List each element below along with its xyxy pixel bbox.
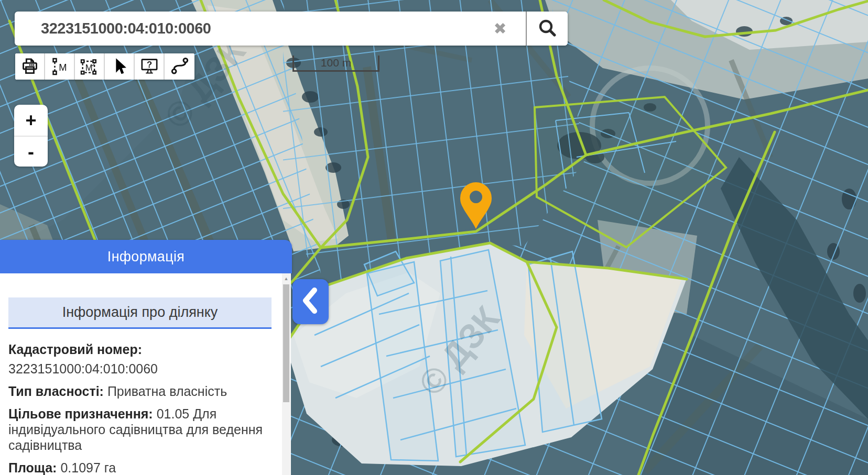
field-value: 0.1097 га: [60, 460, 116, 475]
zoom-in-button[interactable]: +: [14, 105, 48, 136]
field-label: Тип власності:: [8, 384, 104, 399]
field-value: 3223151000:04:010:0060: [8, 361, 158, 376]
field-value: Приватна власність: [107, 384, 227, 399]
panel-scrollbar[interactable]: ▲: [282, 273, 290, 475]
measure-area-icon: M 2: [79, 56, 100, 77]
print-button[interactable]: [15, 53, 45, 80]
info-panel-header: Інформація: [0, 240, 292, 273]
field-label: Цільове призначення:: [8, 406, 153, 421]
scrollbar-thumb[interactable]: [283, 284, 289, 402]
measure-area-button[interactable]: M 2: [75, 53, 105, 80]
collapse-panel-button[interactable]: [292, 279, 329, 324]
search-button[interactable]: [526, 12, 568, 46]
info-panel-title: Інформація: [107, 249, 185, 265]
parcel-info-section-label: Інформація про ділянку: [62, 304, 218, 321]
field-cadastral-number: Кадастровий номер: 3223151000:04:010:006…: [8, 341, 264, 377]
field-ownership-type: Тип власності: Приватна власність: [8, 383, 264, 399]
route-button[interactable]: [165, 53, 194, 80]
search-icon: [537, 17, 558, 40]
scale-bar: 100 m: [292, 56, 379, 72]
zoom-out-button[interactable]: -: [14, 136, 48, 167]
parcel-fields: Кадастровий номер: 3223151000:04:010:006…: [8, 341, 264, 475]
field-area: Площа: 0.1097 га: [8, 460, 264, 475]
svg-text:M: M: [59, 62, 67, 73]
measure-distance-button[interactable]: M: [45, 53, 75, 80]
pointer-tool-button[interactable]: [105, 53, 135, 80]
svg-text:2: 2: [92, 60, 95, 67]
cursor-icon: [109, 56, 130, 77]
field-label: Площа:: [8, 460, 57, 475]
measure-distance-icon: M: [49, 56, 70, 77]
clear-search-button[interactable]: ✖: [483, 12, 517, 46]
scrollbar-up-arrow-icon[interactable]: ▲: [282, 273, 290, 283]
search-bar: ✖: [15, 12, 568, 46]
help-monitor-icon: ?: [139, 56, 160, 77]
parcel-info-section-title: Інформація про ділянку: [8, 297, 272, 329]
field-designated-purpose: Цільове призначення: 01.05 Для індивідуа…: [8, 406, 264, 453]
printer-icon: [19, 56, 40, 77]
chevron-left-icon: [292, 278, 329, 325]
field-label: Кадастровий номер:: [8, 341, 264, 357]
route-icon: [169, 56, 190, 77]
clear-icon: ✖: [493, 19, 506, 38]
map-toolbar: M M 2 ?: [15, 53, 194, 80]
scale-bar-label: 100 m: [321, 57, 351, 69]
search-input[interactable]: [15, 12, 526, 46]
zoom-controls: + -: [14, 105, 48, 167]
search-input-wrap: ✖: [15, 12, 526, 46]
help-button[interactable]: ?: [135, 53, 165, 80]
svg-text:?: ?: [146, 60, 151, 70]
info-panel: Інформація про ділянку Кадастровий номер…: [0, 273, 291, 475]
